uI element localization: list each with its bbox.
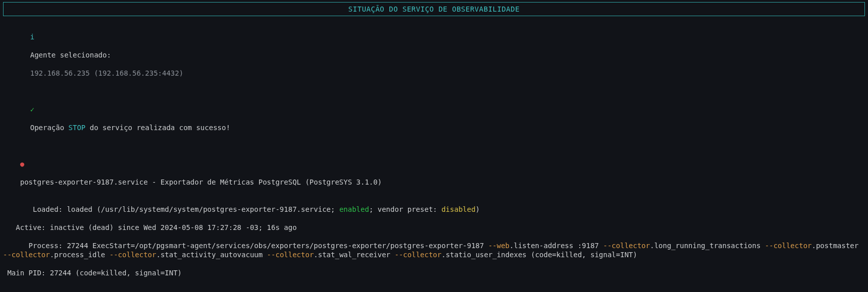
- op-text-1: Operação: [30, 124, 69, 132]
- panel-title-box: SITUAÇÃO DO SERVIÇO DE OBSERVABILIDADE: [3, 2, 865, 16]
- panel-title: SITUAÇÃO DO SERVIÇO DE OBSERVABILIDADE: [348, 5, 520, 13]
- process-line: Process: 27244 ExecStart=/opt/pgsmart-ag…: [3, 232, 865, 268]
- op-word: STOP: [69, 124, 86, 132]
- agent-value: 192.168.56.235 (192.168.56.235:4432): [30, 69, 183, 77]
- loaded-suffix: ): [476, 205, 480, 213]
- check-icon: ✓: [30, 105, 34, 113]
- status-bullet-icon: ●: [20, 160, 24, 168]
- loaded-enabled: enabled: [339, 205, 369, 213]
- loaded-prefix: Loaded: loaded (/usr/lib/systemd/system/…: [20, 205, 339, 213]
- active-line: Active: inactive (dead) since Wed 2024-0…: [3, 223, 865, 232]
- service-header: ● postgres-exporter-9187.service - Expor…: [3, 150, 865, 196]
- agent-label: Agente selecionado:: [30, 51, 111, 59]
- op-text-2: do serviço realizada com sucesso!: [85, 124, 230, 132]
- loaded-disabled: disabled: [441, 205, 475, 213]
- operation-line: ✓ Operação STOP do serviço realizada com…: [3, 96, 865, 141]
- info-icon: i: [30, 33, 34, 41]
- service-name: postgres-exporter-9187.service - Exporta…: [20, 178, 382, 186]
- loaded-mid: ; vendor preset:: [369, 205, 441, 213]
- mainpid-line: Main PID: 27244 (code=killed, signal=INT…: [3, 268, 865, 277]
- agent-line: i Agente selecionado: 192.168.56.235 (19…: [3, 23, 865, 87]
- log-line-1: May 08 17:04:35 pgsmart-SUSE systemd[1]:…: [3, 286, 865, 292]
- loaded-line: Loaded: loaded (/usr/lib/systemd/system/…: [3, 196, 865, 223]
- terminal-screen[interactable]: SITUAÇÃO DO SERVIÇO DE OBSERVABILIDADE i…: [0, 0, 868, 292]
